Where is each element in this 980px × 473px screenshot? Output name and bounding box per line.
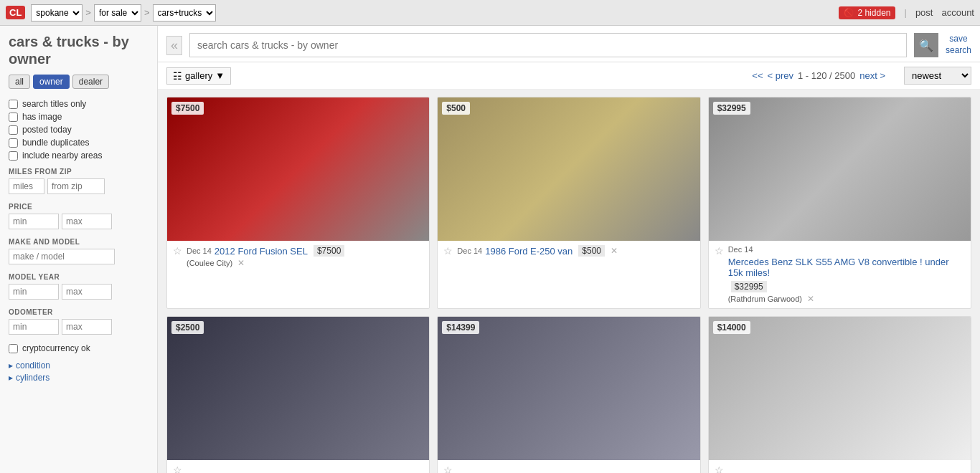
price-badge: $14399 <box>442 321 479 334</box>
listing-image: $2500 <box>167 317 429 460</box>
next-page-button[interactable]: next > <box>859 70 885 81</box>
checkbox-today[interactable]: posted today <box>9 125 149 135</box>
odo-max-input[interactable] <box>62 319 112 335</box>
collapse-button[interactable]: « <box>166 36 182 55</box>
checkbox-crypto-input[interactable] <box>9 344 18 353</box>
prev-page-button[interactable]: < prev <box>767 70 793 81</box>
expand-cylinders[interactable]: cylinders <box>9 373 149 383</box>
favorite-icon[interactable]: ☆ <box>443 245 453 257</box>
tab-owner[interactable]: owner <box>33 75 70 89</box>
listing-image: $14399 <box>438 317 699 460</box>
cl-logo[interactable]: CL <box>6 6 25 19</box>
price-label: PRICE <box>9 203 149 211</box>
listing-image: $14000 <box>709 317 971 460</box>
gallery-button[interactable]: ☷ gallery ▼ <box>166 67 231 85</box>
listing-meta: Dec 14 2012 Ford Fusion SEL $7500 (Coule… <box>187 245 423 268</box>
search-icon: 🔍 <box>919 39 933 52</box>
listing-title[interactable]: Mercedes Benz SLK S55 AMG V8 convertible… <box>728 257 965 278</box>
checkbox-titles[interactable]: search titles only <box>9 99 149 109</box>
checkbox-crypto[interactable]: cryptocurrency ok <box>9 343 149 353</box>
listings: $7500 ☆ Dec 14 2012 Ford Fusion SEL $750… <box>158 90 980 473</box>
listing-card[interactable]: $7500 ☆ Dec 14 2012 Ford Fusion SEL $750… <box>166 97 430 309</box>
city-select[interactable]: spokane <box>31 4 83 22</box>
listing-location: (Rathdrum Garwood) ✕ <box>728 294 965 304</box>
odo-min-input[interactable] <box>9 319 59 335</box>
listing-date: Dec 14 <box>187 247 212 255</box>
category2-select[interactable]: cars+trucks <box>153 4 216 22</box>
checkbox-dupes-input[interactable] <box>9 138 18 148</box>
favorite-icon[interactable]: ☆ <box>715 464 724 473</box>
listing-title[interactable]: 1986 Ford E-250 van <box>485 246 573 257</box>
tab-dealer[interactable]: dealer <box>72 75 109 89</box>
year-max-input[interactable] <box>62 284 112 300</box>
search-input[interactable] <box>189 33 907 57</box>
remove-icon[interactable]: ✕ <box>237 258 245 268</box>
listing-date: Dec 14 <box>728 245 753 254</box>
listing-image: $7500 <box>167 97 429 241</box>
page-info: 1 - 120 / 2500 <box>798 70 855 81</box>
price-min-input[interactable] <box>9 214 59 229</box>
listing-image: $32995 <box>709 97 971 241</box>
hidden-count: 2 hidden <box>857 8 890 18</box>
listing-info: ☆ <box>167 460 429 473</box>
favorite-icon[interactable]: ☆ <box>173 245 182 257</box>
gallery-icon: ☷ <box>173 70 182 82</box>
listing-info: ☆ <box>438 460 699 473</box>
checkbox-image[interactable]: has image <box>9 112 149 122</box>
search-button[interactable]: 🔍 <box>914 33 938 57</box>
expand-links: condition cylinders <box>9 360 149 383</box>
post-link[interactable]: post <box>915 7 933 18</box>
tab-all[interactable]: all <box>9 75 30 89</box>
topnav-right: 🚫 2 hidden | post account <box>839 6 974 19</box>
pagination: << < prev 1 - 120 / 2500 next > newest o… <box>752 67 971 85</box>
listing-meta: Dec 14 Mercedes Benz SLK S55 AMG V8 conv… <box>728 245 965 304</box>
checkbox-titles-label: search titles only <box>22 99 86 109</box>
listings-grid: $7500 ☆ Dec 14 2012 Ford Fusion SEL $750… <box>166 97 971 473</box>
favorite-icon[interactable]: ☆ <box>715 245 724 257</box>
sidebar: cars & trucks - by owner all owner deale… <box>0 26 158 473</box>
favorite-icon[interactable]: ☆ <box>443 464 453 473</box>
favorite-icon[interactable]: ☆ <box>173 464 182 473</box>
miles-input[interactable] <box>9 178 44 194</box>
remove-icon[interactable]: ✕ <box>807 294 814 304</box>
price-badge: $500 <box>442 102 470 115</box>
checkbox-dupes[interactable]: bundle duplicates <box>9 138 149 148</box>
hidden-badge[interactable]: 🚫 2 hidden <box>839 6 895 19</box>
checkbox-image-input[interactable] <box>9 113 18 122</box>
checkbox-titles-input[interactable] <box>9 100 18 109</box>
zip-input[interactable] <box>47 178 105 194</box>
make-model-row <box>9 249 149 264</box>
checkbox-nearby-input[interactable] <box>9 151 18 161</box>
listing-title[interactable]: 2012 Ford Fusion SEL <box>215 246 308 257</box>
sep2: > <box>144 7 150 18</box>
expand-condition[interactable]: condition <box>9 360 149 371</box>
first-page-button[interactable]: << <box>752 70 763 81</box>
listing-card[interactable]: $32995 ☆ Dec 14 Mercedes Benz SLK S55 AM… <box>708 97 971 309</box>
year-min-input[interactable] <box>9 284 59 300</box>
listing-price-tag: $7500 <box>314 245 344 257</box>
price-max-input[interactable] <box>62 214 112 229</box>
listing-card[interactable]: $14399 ☆ <box>437 316 700 473</box>
category1-select[interactable]: for sale <box>94 4 141 22</box>
sort-select[interactable]: newest oldest price asc price desc <box>904 67 971 85</box>
listing-card[interactable]: $14000 ☆ <box>708 316 971 473</box>
listing-card[interactable]: $2500 ☆ <box>166 316 430 473</box>
checkbox-today-input[interactable] <box>9 125 18 135</box>
listing-info: ☆ <box>709 460 971 473</box>
make-model-input[interactable] <box>9 249 115 264</box>
price-row <box>9 214 149 229</box>
price-badge: $7500 <box>171 102 204 115</box>
crypto-group: cryptocurrency ok <box>9 343 149 353</box>
odometer-row <box>9 319 149 335</box>
listing-inline: Dec 14 Mercedes Benz SLK S55 AMG V8 conv… <box>728 245 965 292</box>
miles-section: MILES FROM ZIP <box>9 168 149 194</box>
remove-icon[interactable]: ✕ <box>611 246 618 256</box>
save-search-button[interactable]: savesearch <box>946 34 971 56</box>
listing-date: Dec 14 <box>457 247 482 255</box>
listing-card[interactable]: $500 ☆ Dec 14 1986 Ford E-250 van $500 ✕ <box>437 97 700 309</box>
account-link[interactable]: account <box>941 7 974 18</box>
listing-price-tag: $500 <box>578 245 605 257</box>
checkbox-nearby[interactable]: include nearby areas <box>9 150 149 161</box>
listing-inline: Dec 14 1986 Ford E-250 van $500 ✕ <box>457 245 694 257</box>
model-year-label: MODEL YEAR <box>9 273 149 281</box>
